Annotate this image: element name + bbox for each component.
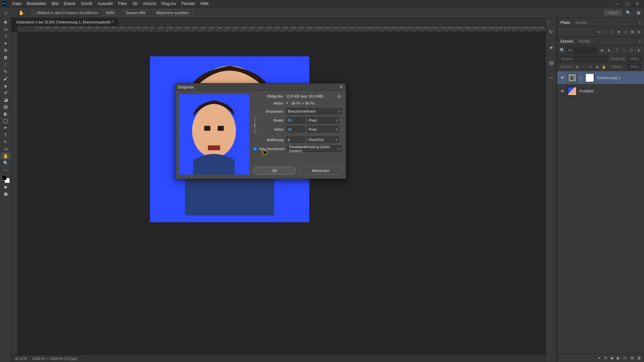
fit-to-dropdown[interactable]: Benutzerdefiniert [286, 108, 342, 114]
scroll-all-windows-checkbox[interactable]: Bildlauf in allen Fenstern durchführen [32, 11, 98, 15]
layer-name[interactable]: Profilbild [579, 89, 593, 93]
lock-artboard-icon[interactable]: ▣ [595, 65, 599, 69]
adj-square2-icon[interactable]: ▣ [630, 29, 635, 34]
history-brush-tool[interactable]: ↺ [1, 89, 11, 96]
adj-diamond-icon[interactable]: ◇ [610, 29, 614, 34]
color-swatch[interactable] [2, 175, 10, 183]
search-icon[interactable]: 🔍 [625, 9, 632, 16]
path-selection-tool[interactable]: ↖ [1, 138, 11, 145]
lock-pixels-icon[interactable]: ✎ [581, 65, 586, 69]
layer-row[interactable]: 👁 ◧ ⚭ Tontrennung 1 [557, 71, 644, 84]
menu-bild[interactable]: Bild [49, 0, 61, 7]
filter-pixel-icon[interactable]: ▦ [599, 48, 604, 53]
quick-mask-tool[interactable]: ◙ [1, 183, 11, 190]
group-icon[interactable]: 🗀 [623, 356, 627, 360]
screen-mode-tool[interactable]: ▣ [1, 190, 11, 197]
filter-shape-icon[interactable]: ▭ [621, 48, 627, 53]
maximize-icon[interactable]: ▢ [623, 0, 632, 7]
visibility-icon[interactable]: 👁 [560, 89, 565, 94]
mask-icon[interactable]: ◙ [611, 356, 613, 360]
menu-ebene[interactable]: Ebene [61, 0, 78, 7]
resample-method-dropdown[interactable]: Pixelwiederholung (harte Kanten) [287, 145, 342, 152]
clone-stamp-tool[interactable]: ▲ [1, 82, 11, 89]
resample-checkbox[interactable]: ✓ [253, 147, 257, 151]
opacity-input[interactable]: 100% [627, 56, 641, 62]
tab-layers[interactable]: Ebenen [560, 39, 573, 43]
adjustments-panel-icon[interactable]: 〰 [547, 74, 555, 82]
move-tool[interactable]: ✥ [1, 19, 11, 25]
fx-icon[interactable]: fx [604, 356, 607, 360]
filter-kind-dropdown[interactable]: Art [567, 47, 597, 53]
layer-name[interactable]: Tontrennung 1 [597, 76, 620, 80]
collapse-icon[interactable]: « [548, 19, 550, 23]
gear-icon[interactable]: ⚙ [337, 94, 341, 99]
filter-type-icon[interactable]: T [614, 48, 619, 53]
status-arrow-icon[interactable]: 〉 [82, 356, 85, 361]
menu-hilfe[interactable]: Hilfe [198, 0, 211, 7]
constrain-proportions[interactable]: ⚭ [253, 117, 258, 134]
chevron-down-icon[interactable]: ▾ [286, 101, 288, 105]
status-prev-icon[interactable]: ‹ [91, 357, 93, 361]
foreground-color[interactable] [2, 175, 7, 180]
lock-all-icon[interactable]: 🔒 [601, 65, 606, 69]
status-next-icon[interactable]: › [97, 357, 99, 361]
layer-row[interactable]: 👁 Profilbild [557, 84, 644, 98]
blend-mode-dropdown[interactable]: Normal [560, 56, 608, 62]
menu-3d[interactable]: 3D [130, 0, 140, 7]
lock-transparency-icon[interactable]: ▦ [575, 65, 579, 69]
cancel-button[interactable]: Abbrechen [299, 167, 342, 175]
menu-bearbeiten[interactable]: Bearbeiten [24, 0, 49, 7]
dialog-close-icon[interactable]: ✕ [339, 84, 343, 89]
height-input[interactable] [286, 126, 305, 132]
lasso-tool[interactable]: ⌇ [1, 33, 11, 40]
panel-menu-icon[interactable]: ≡ [639, 39, 641, 43]
visibility-icon[interactable]: 👁 [560, 75, 565, 80]
menu-schrift[interactable]: Schrift [78, 0, 95, 7]
gradient-tool[interactable]: ▨ [1, 103, 11, 110]
share-button[interactable]: Teilen [604, 10, 622, 16]
canvas[interactable]: Bildgröße ✕ ⚙ [17, 32, 545, 355]
rectangle-tool[interactable]: ▭ [1, 145, 11, 152]
home-icon[interactable]: ⌂ [2, 9, 10, 17]
adj-circle-icon[interactable]: ● [596, 29, 601, 34]
minimize-icon[interactable]: — [612, 0, 622, 7]
dialog-titlebar[interactable]: Bildgröße ✕ [175, 83, 346, 91]
ok-button[interactable]: OK [253, 167, 296, 175]
history-panel-icon[interactable]: ↻ [547, 28, 555, 36]
healing-brush-tool[interactable]: ✎ [1, 68, 11, 75]
layer-thumb[interactable] [568, 87, 577, 96]
adj-ring-icon[interactable]: ○ [603, 29, 608, 34]
adj-square-icon[interactable]: ▢ [623, 29, 628, 34]
status-docinfo[interactable]: 1920 Px × 1920 Px (72 ppi) [32, 357, 77, 361]
tab-channels-top[interactable]: Kanäle [576, 20, 587, 24]
tab-paths[interactable]: Pfade [560, 20, 570, 24]
height-unit-dropdown[interactable]: Pixel [307, 126, 339, 132]
resolution-unit-dropdown[interactable]: Pixel/Zoll [307, 136, 339, 143]
adjustment-layer-icon[interactable]: ◐ [616, 356, 620, 360]
eraser-tool[interactable]: ◪ [1, 96, 11, 103]
brush-tool[interactable]: 🖌 [1, 75, 11, 82]
crop-tool[interactable]: ⧉ [1, 47, 11, 54]
menu-fenster[interactable]: Fenster [179, 0, 198, 7]
menu-plugins[interactable]: Plug-ins [159, 0, 179, 7]
type-tool[interactable]: T [1, 131, 11, 138]
edit-toolbar[interactable]: ⋯ [1, 167, 11, 173]
adjustment-thumb[interactable]: ◧ [568, 73, 577, 82]
filter-adjust-icon[interactable]: ◐ [606, 48, 612, 53]
hand-tool-icon[interactable]: ✋ [17, 9, 25, 17]
hand-tool[interactable]: ✋ [1, 153, 11, 159]
magic-wand-tool[interactable]: ✦ [1, 40, 11, 47]
delete-layer-icon[interactable]: 🗑 [637, 356, 641, 360]
close-icon[interactable]: ✕ [633, 0, 642, 7]
link-layers-icon[interactable]: ⚭ [597, 356, 601, 360]
marquee-tool[interactable]: ▭ [1, 26, 11, 33]
new-layer-icon[interactable]: ⊞ [631, 356, 634, 360]
filter-smart-icon[interactable]: ◫ [629, 48, 634, 53]
adj-trash-icon[interactable]: 🗑 [637, 29, 641, 34]
search-icon[interactable]: 🔍 [560, 48, 565, 53]
zoom-100-button[interactable]: 100% [102, 10, 118, 16]
eyedropper-tool[interactable]: ⁄ [1, 61, 11, 68]
document-tab[interactable]: Unbenannt-1 bei 32,5% (Tontrennung 1, Eb… [11, 18, 118, 26]
filter-toggle-icon[interactable]: ▮ [636, 48, 641, 53]
zoom-tool[interactable]: 🔍 [1, 160, 11, 166]
